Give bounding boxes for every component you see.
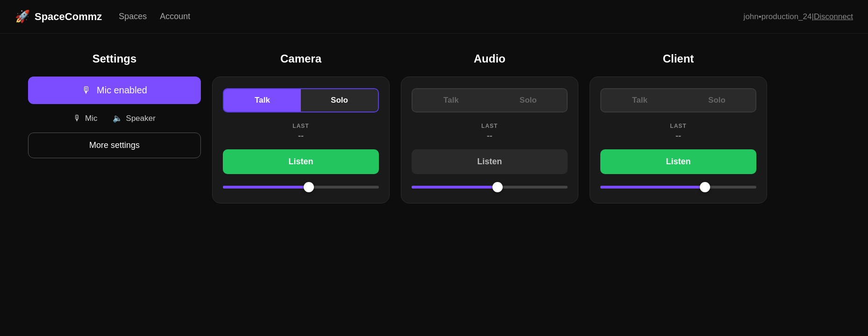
mic-label: Mic (85, 114, 97, 123)
more-settings-button[interactable]: More settings (28, 133, 201, 158)
brand-name: SpaceCommz (35, 11, 102, 23)
audio-last-row: LAST -- (412, 123, 568, 141)
camera-slider-thumb[interactable] (304, 182, 314, 192)
client-card: Talk Solo LAST -- Listen (590, 77, 767, 203)
navbar: 🚀 SpaceCommz Spaces Account john • produ… (0, 0, 868, 34)
audio-last-label: LAST (481, 123, 498, 129)
audio-talk-button[interactable]: Talk (413, 89, 490, 112)
mic-icon: 🎙 (82, 85, 91, 96)
mic-enabled-label: Mic enabled (97, 85, 147, 96)
client-last-row: LAST -- (600, 123, 756, 141)
camera-toggle-row: Talk Solo (223, 88, 379, 112)
client-slider-thumb[interactable] (700, 182, 710, 192)
audio-last-value: -- (487, 131, 492, 141)
mic-small-icon: 🎙 (73, 114, 81, 123)
audio-card: Talk Solo LAST -- Listen (401, 77, 578, 203)
audio-slider-thumb[interactable] (492, 182, 503, 192)
more-settings-label: More settings (89, 140, 140, 150)
client-slider-fill (600, 186, 705, 189)
camera-slider-fill (223, 186, 309, 189)
nav-workspace: production_24 (761, 12, 812, 21)
audio-solo-button[interactable]: Solo (490, 89, 567, 112)
camera-talk-button[interactable]: Talk (224, 89, 301, 112)
client-listen-button[interactable]: Listen (600, 149, 756, 174)
audio-slider-track (412, 186, 568, 189)
camera-last-value: -- (298, 131, 304, 141)
mic-speaker-row: 🎙 Mic 🔈 Speaker (73, 113, 156, 123)
brand-logo: 🚀 SpaceCommz (15, 9, 102, 24)
client-last-value: -- (676, 131, 681, 141)
camera-solo-button[interactable]: Solo (301, 89, 378, 112)
client-solo-button[interactable]: Solo (678, 89, 755, 112)
mic-item[interactable]: 🎙 Mic (73, 114, 97, 123)
camera-last-row: LAST -- (223, 123, 379, 141)
client-toggle-row: Talk Solo (600, 88, 756, 112)
nav-user: john (744, 12, 759, 21)
audio-slider[interactable] (412, 182, 568, 192)
camera-card: Talk Solo LAST -- Listen (212, 77, 390, 203)
nav-link-account[interactable]: Account (160, 12, 190, 21)
client-panel: Client Talk Solo LAST -- Listen (590, 52, 767, 203)
client-slider-track (600, 186, 756, 189)
settings-panel: Settings 🎙 Mic enabled 🎙 Mic 🔈 Speaker M… (28, 52, 201, 158)
nav-right: john • production_24 | Disconnect (744, 12, 853, 21)
client-slider[interactable] (600, 182, 756, 192)
client-talk-button[interactable]: Talk (601, 89, 678, 112)
speaker-label: Speaker (126, 114, 156, 123)
mic-enabled-button[interactable]: 🎙 Mic enabled (28, 77, 201, 104)
camera-slider[interactable] (223, 182, 379, 192)
speaker-item[interactable]: 🔈 Speaker (113, 113, 156, 123)
audio-listen-button[interactable]: Listen (412, 149, 568, 174)
audio-title: Audio (474, 52, 505, 65)
camera-panel: Camera Talk Solo LAST -- Listen (212, 52, 390, 203)
client-title: Client (663, 52, 694, 65)
rocket-icon: 🚀 (15, 9, 30, 24)
disconnect-link[interactable]: Disconnect (814, 12, 853, 21)
settings-title: Settings (92, 52, 137, 65)
camera-slider-track (223, 186, 379, 189)
client-last-label: LAST (670, 123, 686, 129)
nav-links: Spaces Account (119, 12, 190, 21)
audio-panel: Audio Talk Solo LAST -- Listen (401, 52, 578, 203)
camera-listen-button[interactable]: Listen (223, 149, 379, 174)
audio-slider-fill (412, 186, 498, 189)
nav-link-spaces[interactable]: Spaces (119, 12, 147, 21)
audio-toggle-row: Talk Solo (412, 88, 568, 112)
camera-last-label: LAST (292, 123, 309, 129)
camera-title: Camera (280, 52, 321, 65)
speaker-icon: 🔈 (113, 113, 122, 123)
main-content: Settings 🎙 Mic enabled 🎙 Mic 🔈 Speaker M… (0, 34, 868, 222)
